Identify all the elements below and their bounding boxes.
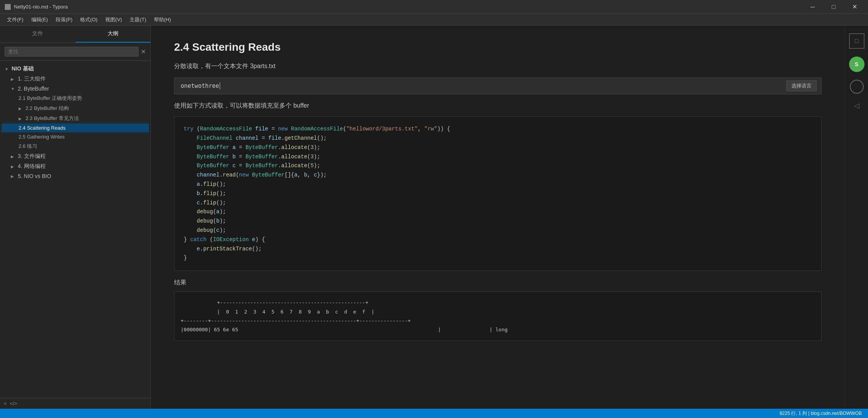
title-bar: Netty01-nio.md - Typora ─ □ ✕ bbox=[0, 0, 868, 14]
code-line: debug(c); bbox=[184, 226, 812, 235]
outline-item-label: 2.3 ByteBuffer 常见方法 bbox=[26, 115, 79, 122]
outline-item-label: 2.5 Gathering Writes bbox=[19, 134, 65, 140]
code-line: e.printStackTrace(); bbox=[184, 245, 812, 254]
window-controls: ─ □ ✕ bbox=[804, 1, 863, 13]
right-panel-green-btn[interactable]: S bbox=[849, 57, 865, 72]
result-row: +--------+------------------------------… bbox=[181, 316, 815, 325]
app-icon bbox=[5, 4, 11, 10]
outline-item-2-6[interactable]: 2.6 练习 bbox=[2, 141, 149, 151]
expand-arrow: ▶ bbox=[19, 116, 24, 121]
search-input[interactable] bbox=[5, 47, 138, 57]
right-panel: □ S ◁ bbox=[845, 26, 868, 409]
outline-item-2-1[interactable]: 2.1 ByteBuffer 正确使用姿势 bbox=[2, 93, 149, 103]
outline-item-1[interactable]: ▶ 1. 三大组件 bbox=[2, 74, 149, 84]
content-area: 2.4 Scattering Reads 分散读取，有一个文本文件 3parts… bbox=[151, 26, 845, 409]
outline-item-nio[interactable]: ▼ NIO 基础 bbox=[2, 64, 149, 74]
desc2: 使用如下方式读取，可以将数据填充至多个 buffer bbox=[174, 101, 822, 111]
maximize-button[interactable]: □ bbox=[825, 1, 842, 13]
outline-item-label: NIO 基础 bbox=[12, 65, 34, 72]
right-panel-circle-btn[interactable] bbox=[850, 80, 864, 94]
outline-item-4[interactable]: ▶ 4. 网络编程 bbox=[2, 161, 149, 171]
outline-item-3[interactable]: ▶ 3. 文件编程 bbox=[2, 151, 149, 161]
menu-item-t[interactable]: 主题(T) bbox=[126, 15, 150, 25]
expand-arrow: ▶ bbox=[19, 106, 24, 111]
menu-item-v[interactable]: 视图(V) bbox=[101, 15, 126, 25]
expand-arrow: ▶ bbox=[11, 77, 16, 81]
outline-item-2[interactable]: ▼ 2. ByteBuffer bbox=[2, 84, 149, 93]
code-line: ByteBuffer c = ByteBuffer.allocate(5); bbox=[184, 161, 812, 171]
minimize-button[interactable]: ─ bbox=[804, 1, 822, 13]
outline-item-2-4[interactable]: 2.4 Scattering Reads bbox=[2, 123, 149, 132]
sidebar: 文件 大纲 ✕ ▼ NIO 基础 ▶ 1. 三大组件 ▼ 2. ByteBuff… bbox=[0, 26, 151, 409]
outline-item-2-2[interactable]: ▶ 2.2 ByteBuffer 结构 bbox=[2, 103, 149, 113]
outline-item-label: 4. 网络编程 bbox=[18, 163, 46, 170]
tab-outline[interactable]: 大纲 bbox=[75, 26, 151, 43]
select-language-button[interactable]: 选择语言 bbox=[786, 81, 817, 91]
outline-item-label: 3. 文件编程 bbox=[18, 153, 46, 160]
status-text: 8225 行, 1 列 bbox=[779, 410, 807, 417]
menu-item-h[interactable]: 帮助(H) bbox=[150, 15, 175, 25]
result-block: +---------------------------------------… bbox=[174, 291, 822, 341]
outline-item-label: 1. 三大组件 bbox=[18, 75, 46, 82]
menu-item-o[interactable]: 格式(O) bbox=[76, 15, 101, 25]
code-line: debug(b); bbox=[184, 217, 812, 226]
cursor bbox=[220, 82, 220, 89]
menu-bar: 文件(F)编辑(E)段落(P)格式(O)视图(V)主题(T)帮助(H) bbox=[0, 14, 868, 26]
code-line: try (RandomAccessFile file = new RandomA… bbox=[184, 125, 812, 134]
title-bar-left: Netty01-nio.md - Typora bbox=[5, 4, 68, 10]
outline-item-2-3[interactable]: ▶ 2.3 ByteBuffer 常见方法 bbox=[2, 113, 149, 123]
close-button[interactable]: ✕ bbox=[846, 1, 863, 13]
menu-item-f[interactable]: 文件(F) bbox=[3, 15, 27, 25]
expand-arrow: ▶ bbox=[11, 164, 16, 169]
sidebar-search-bar: ✕ bbox=[0, 43, 150, 61]
sidebar-tabs: 文件 大纲 bbox=[0, 26, 150, 43]
expand-arrow: ▼ bbox=[5, 67, 10, 71]
code-line: } bbox=[184, 254, 812, 263]
text-code-block: onetwothree 选择语言 bbox=[174, 77, 822, 94]
outline-item-5[interactable]: ▶ 5. NIO vs BIO bbox=[2, 171, 149, 181]
result-row: | 0 1 2 3 4 5 6 7 8 9 a b c d e f | bbox=[181, 307, 815, 316]
nav-back-button[interactable]: < bbox=[4, 401, 7, 406]
code-line: debug(a); bbox=[184, 207, 812, 217]
source-code-button[interactable]: </> bbox=[10, 401, 17, 406]
site-text: blog.csdn.net/BOWWOB bbox=[811, 411, 862, 416]
code-line: a.flip(); bbox=[184, 180, 812, 189]
outline-item-label: 5. NIO vs BIO bbox=[18, 173, 51, 179]
outline-item-2-5[interactable]: 2.5 Gathering Writes bbox=[2, 132, 149, 141]
code-block: try (RandomAccessFile file = new RandomA… bbox=[174, 116, 822, 271]
window-title: Netty01-nio.md - Typora bbox=[14, 4, 68, 10]
code-line: ByteBuffer b = ByteBuffer.allocate(3); bbox=[184, 152, 812, 162]
sidebar-bottom: < </> bbox=[0, 398, 150, 409]
right-panel-square-btn[interactable]: □ bbox=[849, 33, 865, 49]
expand-arrow: ▼ bbox=[11, 87, 16, 91]
result-row: |00000000| 65 6e 65 | | long bbox=[181, 325, 815, 334]
outline-tree: ▼ NIO 基础 ▶ 1. 三大组件 ▼ 2. ByteBuffer 2.1 B… bbox=[0, 61, 150, 398]
right-panel-back-icon[interactable]: ◁ bbox=[854, 101, 859, 110]
code-line: FileChannel channel = file.getChannel(); bbox=[184, 134, 812, 143]
code-line: ByteBuffer a = ByteBuffer.allocate(3); bbox=[184, 143, 812, 152]
page-title: 2.4 Scattering Reads bbox=[174, 41, 822, 53]
outline-item-label: 2.4 Scattering Reads bbox=[19, 125, 65, 131]
expand-arrow: ▶ bbox=[11, 154, 16, 159]
outline-item-label: 2.6 练习 bbox=[19, 143, 37, 150]
menu-item-e[interactable]: 编辑(E) bbox=[27, 15, 52, 25]
bottom-bar: 8225 行, 1 列 | blog.csdn.net/BOWWOB bbox=[0, 409, 868, 418]
search-clear-icon[interactable]: ✕ bbox=[141, 48, 146, 55]
code-line: channel.read(new ByteBuffer[]{a, b, c}); bbox=[184, 171, 812, 180]
desc1: 分散读取，有一个文本文件 3parts.txt bbox=[174, 61, 822, 71]
outline-item-label: 2. ByteBuffer bbox=[18, 86, 49, 92]
outline-item-label: 2.2 ByteBuffer 结构 bbox=[26, 105, 69, 112]
text-code-content: onetwothree bbox=[181, 82, 219, 89]
outline-item-label: 2.1 ByteBuffer 正确使用姿势 bbox=[19, 95, 82, 102]
expand-arrow: ▶ bbox=[11, 174, 16, 178]
result-label: 结果 bbox=[174, 279, 822, 287]
main-layout: 文件 大纲 ✕ ▼ NIO 基础 ▶ 1. 三大组件 ▼ 2. ByteBuff… bbox=[0, 26, 868, 409]
tab-doc[interactable]: 文件 bbox=[0, 26, 75, 43]
result-row: +---------------------------------------… bbox=[181, 298, 815, 307]
code-line: c.flip(); bbox=[184, 199, 812, 208]
code-line: b.flip(); bbox=[184, 189, 812, 199]
menu-item-p[interactable]: 段落(P) bbox=[52, 15, 76, 25]
code-line: } catch (IOException e) { bbox=[184, 235, 812, 245]
